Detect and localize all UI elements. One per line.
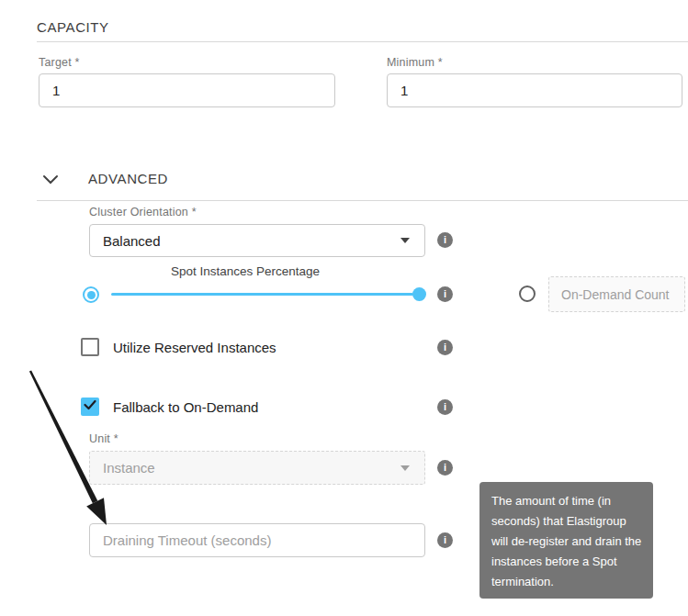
on-demand-count-input[interactable] <box>548 276 685 312</box>
spot-percentage-radio[interactable] <box>83 286 99 303</box>
unit-label: Unit * <box>89 432 118 445</box>
draining-timeout-input[interactable] <box>89 523 425 557</box>
on-demand-count-radio[interactable] <box>519 286 536 302</box>
utilize-reserved-instances-label: Utilize Reserved Instances <box>113 340 276 355</box>
unit-value: Instance <box>103 460 155 476</box>
cluster-orientation-value: Balanced <box>103 233 161 249</box>
advanced-divider <box>37 200 688 201</box>
chevron-down-icon[interactable] <box>42 173 59 189</box>
cluster-orientation-label: Cluster Orientation * <box>89 206 197 218</box>
utilize-reserved-instances-checkbox[interactable] <box>81 338 99 356</box>
capacity-divider <box>37 41 688 42</box>
checkmark-icon <box>83 398 97 416</box>
info-icon[interactable]: i <box>437 532 453 548</box>
draining-timeout-tooltip: The amount of time (in seconds) that Ela… <box>479 482 653 599</box>
info-icon[interactable]: i <box>437 399 453 415</box>
target-label: Target * <box>39 56 80 69</box>
unit-select: Instance <box>89 451 425 485</box>
chevron-down-icon <box>400 465 410 471</box>
advanced-section-title[interactable]: ADVANCED <box>88 171 168 186</box>
minimum-label: Minimum * <box>387 56 443 69</box>
info-icon[interactable]: i <box>437 460 453 476</box>
target-input[interactable] <box>39 73 335 107</box>
capacity-settings-page: CAPACITY Target * Minimum * ADVANCED Clu… <box>0 0 688 616</box>
spot-percentage-slider[interactable] <box>111 293 413 296</box>
spot-instances-percentage-label: Spot Instances Percentage <box>89 264 401 278</box>
capacity-section-title: CAPACITY <box>37 19 109 35</box>
cluster-orientation-select[interactable]: Balanced <box>89 224 425 257</box>
chevron-down-icon <box>400 238 410 243</box>
minimum-input[interactable] <box>387 73 682 107</box>
info-icon[interactable]: i <box>437 340 453 355</box>
info-icon[interactable]: i <box>437 232 453 248</box>
tooltip-text: The amount of time (in seconds) that Ela… <box>491 494 641 588</box>
spot-percentage-slider-thumb[interactable] <box>412 287 426 301</box>
info-icon[interactable]: i <box>437 286 453 302</box>
fallback-on-demand-checkbox[interactable] <box>81 398 99 416</box>
fallback-on-demand-label: Fallback to On-Demand <box>113 399 258 415</box>
